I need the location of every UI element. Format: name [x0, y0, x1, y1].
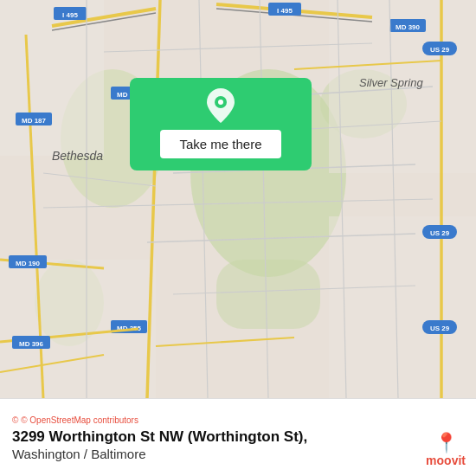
take-me-there-button[interactable]: Take me there — [160, 130, 280, 158]
svg-text:MD 190: MD 190 — [16, 260, 41, 267]
location-card: Take me there — [130, 78, 312, 170]
moovit-pin-icon: 📍 — [434, 434, 458, 453]
map-pin-icon — [205, 90, 236, 121]
bethesda-label: Bethesda — [52, 149, 103, 163]
moovit-text: moovit — [426, 453, 466, 467]
address-line: 3299 Worthington St NW (Worthington St), — [12, 428, 464, 446]
svg-text:MD 396: MD 396 — [19, 340, 44, 348]
osm-credit-text: © OpenStreetMap contributors — [21, 415, 138, 425]
svg-rect-6 — [0, 0, 104, 156]
svg-point-31 — [218, 100, 223, 105]
svg-text:US 29: US 29 — [430, 46, 450, 54]
svg-rect-9 — [329, 216, 476, 398]
svg-text:US 29: US 29 — [430, 229, 450, 237]
svg-rect-4 — [216, 260, 320, 329]
i495-left-label: I 495 — [62, 11, 78, 19]
svg-text:MD 187: MD 187 — [22, 117, 47, 125]
svg-text:MD 390: MD 390 — [396, 23, 421, 31]
i495-right-label: I 495 — [277, 7, 293, 15]
svg-text:US 29: US 29 — [430, 325, 450, 332]
moovit-logo: 📍 moovit — [426, 434, 466, 467]
info-bar: © © OpenStreetMap contributors 3299 Wort… — [0, 398, 476, 476]
silver-spring-label: Silver Spring — [359, 76, 423, 89]
city-line: Washington / Baltimore — [12, 447, 464, 461]
osm-credit: © © OpenStreetMap contributors — [12, 415, 464, 425]
map-container: I 495 I 495 MD 390 US 29 US 29 US 29 MD … — [0, 0, 476, 398]
